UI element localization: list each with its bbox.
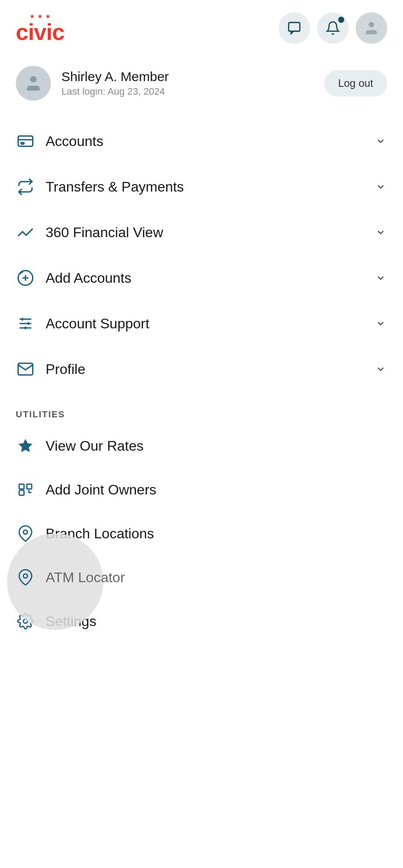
svg-rect-17 xyxy=(27,484,32,489)
chevron-down-icon xyxy=(375,318,386,329)
nav-menu: Accounts Transfers & Payments xyxy=(0,114,403,396)
accounts-icon xyxy=(17,132,34,150)
logo-text: civic xyxy=(16,21,64,43)
sidebar-item-accounts[interactable]: Accounts xyxy=(0,118,403,164)
logo-star-1: ★ xyxy=(29,13,35,20)
joint-owners-icon xyxy=(17,481,34,498)
svg-point-2 xyxy=(30,76,37,83)
svg-marker-15 xyxy=(18,439,32,452)
add-accounts-icon-wrapper xyxy=(16,268,35,288)
svg-rect-5 xyxy=(21,142,24,144)
account-support-icon xyxy=(17,315,34,332)
atm-locator-label: ATM Locator xyxy=(46,569,125,586)
atm-icon xyxy=(17,569,34,586)
user-info: Shirley A. Member Last login: Aug 23, 20… xyxy=(61,69,314,97)
logo: ★ ★ ★ civic xyxy=(16,13,64,43)
logo-star-3: ★ xyxy=(45,13,51,20)
utilities-section-label: UTILITIES xyxy=(16,409,387,420)
chat-button[interactable] xyxy=(278,12,310,44)
transfers-chevron xyxy=(374,180,387,193)
profile-icon-wrapper xyxy=(16,359,35,379)
rates-icon-wrapper xyxy=(16,436,35,455)
utilities-section: UTILITIES View Our Rates Add Joint Owner… xyxy=(0,396,403,647)
accounts-icon-wrapper xyxy=(16,132,35,151)
svg-rect-3 xyxy=(18,136,32,146)
account-support-label: Account Support xyxy=(46,316,364,332)
svg-rect-16 xyxy=(19,484,24,489)
financial-icon xyxy=(17,224,34,241)
transfers-label: Transfers & Payments xyxy=(46,179,364,195)
util-item-rates[interactable]: View Our Rates xyxy=(16,424,387,468)
svg-point-19 xyxy=(23,530,28,534)
logout-button[interactable]: Log out xyxy=(324,70,387,96)
user-last-login: Last login: Aug 23, 2024 xyxy=(61,86,314,97)
account-support-chevron xyxy=(374,317,387,330)
accounts-chevron xyxy=(374,135,387,148)
financial-chevron xyxy=(374,226,387,239)
bell-button[interactable] xyxy=(317,12,349,44)
account-support-icon-wrapper xyxy=(16,314,35,333)
user-avatar xyxy=(16,66,51,101)
profile-chevron xyxy=(374,363,387,376)
transfers-icon xyxy=(17,178,34,196)
svg-point-1 xyxy=(369,22,374,28)
add-accounts-label: Add Accounts xyxy=(46,270,364,286)
util-item-atm-locator[interactable]: ATM Locator xyxy=(16,555,387,599)
profile-icon xyxy=(17,360,34,378)
financial-icon-wrapper xyxy=(16,223,35,242)
profile-label: Profile xyxy=(46,361,364,377)
chevron-down-icon xyxy=(375,273,386,283)
sidebar-item-account-support[interactable]: Account Support xyxy=(0,301,403,346)
sidebar-item-financial[interactable]: 360 Financial View xyxy=(0,210,403,255)
accounts-label: Accounts xyxy=(46,133,364,149)
user-name: Shirley A. Member xyxy=(61,69,314,84)
add-accounts-chevron xyxy=(374,271,387,285)
header-icons xyxy=(278,12,387,44)
chevron-down-icon xyxy=(375,227,386,238)
util-item-joint-owners[interactable]: Add Joint Owners xyxy=(16,468,387,512)
user-avatar-icon xyxy=(363,20,380,36)
transfers-icon-wrapper xyxy=(16,177,35,196)
svg-rect-0 xyxy=(289,22,300,31)
joint-owners-label: Add Joint Owners xyxy=(46,482,157,498)
chat-icon xyxy=(287,21,302,36)
sidebar-item-transfers[interactable]: Transfers & Payments xyxy=(0,164,403,210)
joint-owners-icon-wrapper xyxy=(16,480,35,499)
svg-rect-18 xyxy=(19,491,24,495)
financial-label: 360 Financial View xyxy=(46,224,364,241)
chevron-down-icon xyxy=(375,136,386,146)
avatar-icon xyxy=(24,74,43,93)
app-header: ★ ★ ★ civic xyxy=(0,0,403,53)
sidebar-item-profile[interactable]: Profile xyxy=(0,346,403,392)
notification-dot xyxy=(338,17,344,23)
rates-label: View Our Rates xyxy=(46,438,144,454)
chevron-down-icon xyxy=(375,181,386,192)
bell-icon xyxy=(325,21,340,36)
sidebar-item-add-accounts[interactable]: Add Accounts xyxy=(0,255,403,301)
user-profile-button[interactable] xyxy=(356,12,387,44)
star-icon xyxy=(17,438,34,454)
user-section: Shirley A. Member Last login: Aug 23, 20… xyxy=(0,53,403,114)
logo-star-2: ★ xyxy=(37,13,43,20)
svg-point-20 xyxy=(23,574,28,578)
add-accounts-icon xyxy=(17,269,34,287)
chevron-down-icon xyxy=(375,364,386,374)
atm-icon-wrapper xyxy=(16,568,35,587)
